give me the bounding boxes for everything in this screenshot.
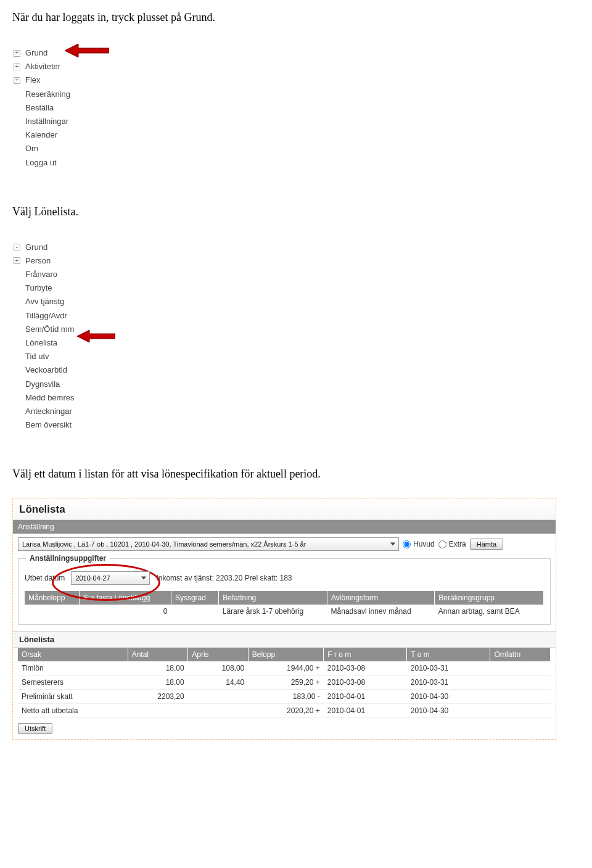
spacer	[14, 367, 20, 374]
cell-from: 2010-03-08	[324, 661, 407, 676]
nav-item-sem-tid-mm[interactable]: Sem/Ötid mm	[14, 323, 137, 336]
val-manbelopp	[25, 605, 79, 618]
plus-icon[interactable]: +	[14, 257, 20, 264]
col-belopp: Belopp	[248, 648, 324, 661]
spacer	[14, 299, 20, 305]
cell-omf	[490, 704, 551, 718]
cell-antal: 18,00	[128, 676, 188, 690]
nav-item-label: Veckoarbtid	[25, 365, 67, 376]
plus-icon[interactable]: +	[14, 64, 20, 70]
col-omfattn: Omfattn	[490, 648, 551, 661]
plus-icon[interactable]: +	[14, 50, 20, 57]
nav-item-l-nelista[interactable]: Lönelista	[14, 336, 137, 350]
cell-belopp: 1944,00 +	[248, 661, 324, 676]
minus-icon[interactable]: -	[14, 244, 20, 250]
nav-item-label: Medd bemres	[25, 392, 74, 403]
table-row: Netto att utbetala2020,20 +2010-04-01201…	[18, 704, 551, 718]
plus-icon[interactable]: +	[14, 77, 20, 84]
anstallning-header: Anställning	[13, 520, 556, 534]
utbet-datum-select[interactable]: 2010-04-27	[71, 571, 150, 585]
cell-apris: 14,40	[188, 676, 249, 690]
instruction-3: Välj ett datum i listan för att visa lön…	[12, 468, 580, 481]
radio-huvud-label: Huvud	[413, 540, 435, 548]
nav-item-medd-bemres[interactable]: Medd bemres	[14, 391, 137, 405]
col-apris: Apris	[188, 648, 249, 661]
anstallning-selected: Larisa Muslijovic , Lä1-7 ob , 10201 , 2…	[22, 540, 306, 548]
nav-item-label: Bem översikt	[25, 420, 72, 431]
nav-item-person[interactable]: +Person	[14, 254, 137, 268]
spacer	[14, 132, 20, 139]
radio-huvud-input[interactable]	[403, 540, 411, 548]
col-befattning: Befattning	[219, 591, 327, 605]
cell-belopp: 259,20 +	[248, 676, 324, 690]
cell-tom: 2010-04-30	[407, 690, 490, 704]
nav-item-label: Turbyte	[25, 283, 52, 294]
spacer	[14, 285, 20, 292]
nav-item-till-gg-avdr[interactable]: Tillägg/Avdr	[14, 309, 137, 323]
nav-item-kalender[interactable]: Kalender	[14, 128, 137, 142]
nav-item-label: Inställningar	[25, 116, 68, 127]
nav-item-aktiviteter[interactable]: +Aktiviteter	[14, 60, 137, 73]
nav-item-flex[interactable]: +Flex	[14, 73, 137, 87]
nav-item-veckoarbtid[interactable]: Veckoarbtid	[14, 363, 137, 377]
col-antal: Antal	[128, 648, 188, 661]
panel-title: Lönelista	[13, 498, 556, 520]
spacer	[14, 104, 20, 111]
spacer	[14, 394, 20, 401]
col-from: F r o m	[324, 648, 407, 661]
spacer	[14, 326, 20, 333]
nav-item-label: Frånvaro	[25, 269, 57, 280]
utbet-datum-label: Utbet datum	[25, 574, 65, 582]
anstallning-select[interactable]: Larisa Muslijovic , Lä1-7 ob , 10201 , 2…	[18, 537, 399, 551]
nav-item-label: Anteckningar	[25, 406, 72, 417]
nav-item-label: Sem/Ötid mm	[25, 324, 74, 335]
nav-item-dygnsvila[interactable]: Dygnsvila	[14, 378, 137, 391]
nav-item-grund[interactable]: -Grund	[14, 241, 137, 254]
anstallningsuppgifter-title: Anställningsuppgifter	[26, 554, 110, 563]
spacer	[14, 146, 20, 152]
radio-extra-input[interactable]	[438, 540, 446, 548]
cell-apris	[188, 704, 249, 718]
nav-item-bem-versikt[interactable]: Bem översikt	[14, 418, 137, 432]
nav-item-avv-tj-nstg[interactable]: Avv tjänstg	[14, 295, 137, 308]
nav-item-om[interactable]: Om	[14, 142, 137, 155]
nav-item-fr-nvaro[interactable]: Frånvaro	[14, 268, 137, 281]
table-row: Semesterers18,0014,40259,20 +2010-03-082…	[18, 676, 551, 690]
spacer	[14, 159, 20, 166]
nav-item-tid-utv[interactable]: Tid utv	[14, 350, 137, 363]
val-avloningsform: Månadsavl innev månad	[327, 605, 435, 618]
nav-item-anteckningar[interactable]: Anteckningar	[14, 405, 137, 418]
col-avloningsform: Avlöningsform	[327, 591, 435, 605]
utskrift-button[interactable]: Utskrift	[18, 723, 52, 734]
cell-tom: 2010-03-31	[407, 676, 490, 690]
nav-item-best-lla[interactable]: Beställa	[14, 101, 137, 115]
lonelista-subhead: Lönelista	[13, 631, 556, 648]
nav-item-label: Grund	[25, 242, 47, 253]
radio-huvud[interactable]: Huvud	[403, 540, 435, 548]
svg-marker-0	[65, 44, 109, 57]
nav-item-reser-kning[interactable]: Reseräkning	[14, 88, 137, 101]
anstallning-row: 0 Lärare årsk 1-7 obehörig Månadsavl inn…	[25, 605, 544, 618]
cell-orsak: Netto att utbetala	[18, 704, 128, 718]
radio-extra[interactable]: Extra	[438, 540, 466, 548]
anstallningsuppgifter-box: Anställningsuppgifter Utbet datum 2010-0…	[18, 558, 551, 625]
nav-item-label: Dygnsvila	[25, 379, 60, 390]
nav-item-inst-llningar[interactable]: Inställningar	[14, 115, 137, 128]
col-tom: T o m	[407, 648, 490, 661]
nav-item-label: Tid utv	[25, 351, 49, 362]
table-row: Timlön18,00108,001944,00 +2010-03-082010…	[18, 661, 551, 676]
nav-item-label: Kalender	[25, 130, 57, 141]
instruction-1: När du har loggats in, tryck plusset på …	[12, 11, 580, 24]
nav-item-label: Aktiviteter	[25, 61, 60, 72]
hamta-button[interactable]: Hämta	[470, 539, 503, 550]
spacer	[14, 381, 20, 387]
cell-omf	[490, 661, 551, 676]
nav-item-turbyte[interactable]: Turbyte	[14, 281, 137, 295]
cell-antal: 18,00	[128, 661, 188, 676]
cell-antal	[128, 704, 188, 718]
utbet-datum-value: 2010-04-27	[75, 574, 110, 582]
nav-item-logga-ut[interactable]: Logga ut	[14, 156, 137, 170]
nav-item-label: Lönelista	[25, 337, 57, 349]
lonelista-table: Orsak Antal Apris Belopp F r o m T o m O…	[18, 648, 551, 718]
cell-belopp: 2020,20 +	[248, 704, 324, 718]
